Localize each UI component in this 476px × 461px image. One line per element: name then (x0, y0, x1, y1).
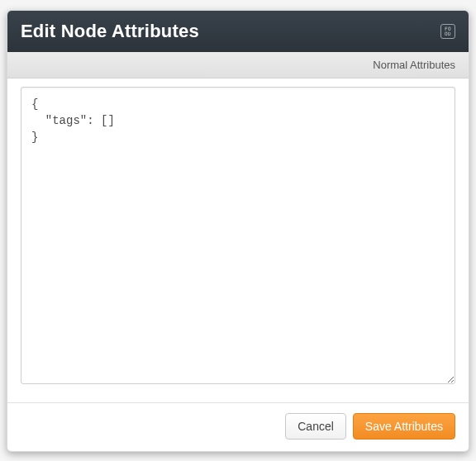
edit-attributes-modal: Edit Node Attributes FOOD Normal Attribu… (7, 10, 469, 452)
cancel-button[interactable]: Cancel (285, 413, 346, 440)
modal-footer: Cancel Save Attributes (7, 402, 469, 451)
attributes-editor[interactable] (21, 87, 455, 384)
modal-body (7, 78, 469, 402)
attributes-mode-label[interactable]: Normal Attributes (373, 59, 455, 71)
modal-header: Edit Node Attributes FOOD (7, 11, 469, 52)
save-attributes-button[interactable]: Save Attributes (353, 413, 455, 440)
attributes-toolbar: Normal Attributes (7, 52, 469, 78)
modal-title: Edit Node Attributes (21, 21, 199, 42)
food-icon[interactable]: FOOD (440, 24, 455, 39)
